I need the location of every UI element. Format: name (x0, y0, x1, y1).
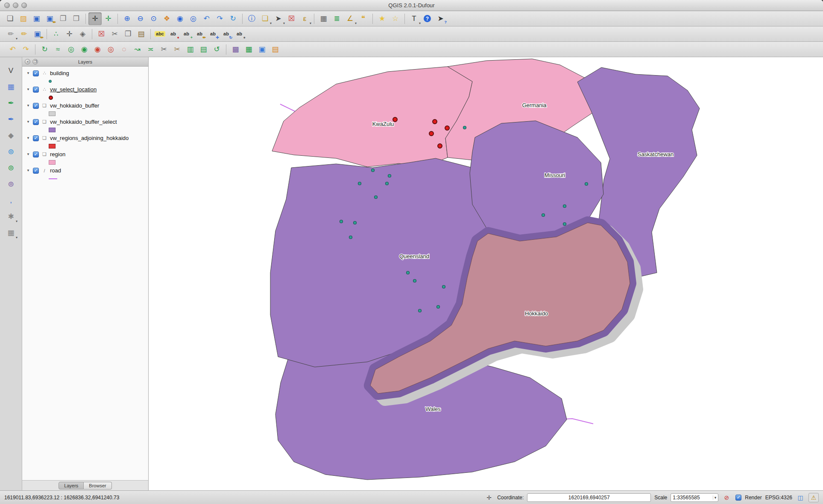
crs-status-icon[interactable]: ◫ (796, 493, 805, 502)
label-add-button[interactable]: ab+ (180, 28, 193, 41)
new-bookmark-button[interactable]: ★ (375, 12, 389, 25)
expander-icon[interactable]: ▼ (26, 120, 30, 124)
layer-item-vw_regions_adjoining_hokkaido[interactable]: ▼✓❏vw_regions_adjoining_hokkaido (22, 134, 148, 143)
delete-ring-button[interactable]: ◎ (104, 43, 117, 56)
add-wms-layer-button[interactable]: ⊚ (4, 145, 18, 158)
node-tool-button[interactable]: ◈ (76, 28, 89, 41)
rotate-feature-button[interactable]: ↻ (38, 43, 51, 56)
layer-visibility-checkbox[interactable]: ✓ (33, 135, 39, 141)
add-raster-layer-button[interactable]: ▦ (4, 80, 18, 93)
layer-item-building[interactable]: ▼✓∴building (22, 69, 148, 78)
show-bookmarks-button[interactable]: ☆ (389, 12, 402, 25)
panel-close-button[interactable]: × (25, 59, 30, 64)
expander-icon[interactable]: ▼ (26, 104, 30, 108)
select-by-location-button[interactable]: ▩ (229, 43, 242, 56)
current-edits-button[interactable]: ✏▾ (4, 28, 18, 41)
label-properties-button[interactable]: ab● (233, 28, 246, 41)
zoom-next-button[interactable]: ↷ (213, 12, 226, 25)
layer-visibility-checkbox[interactable]: ✓ (33, 151, 39, 157)
new-shapefile-layer-button[interactable]: ✱▾ (4, 210, 18, 223)
zoom-full-button[interactable]: ❖ (160, 12, 173, 25)
reshape-features-button[interactable]: ↝ (131, 43, 144, 56)
open-attribute-table-button[interactable]: ▦ (317, 12, 330, 25)
layer-visibility-checkbox[interactable]: ✓ (33, 119, 39, 125)
log-messages-icon[interactable]: ⚠ (808, 493, 819, 502)
add-vector-layer-button[interactable]: V (4, 64, 18, 77)
render-checkbox[interactable]: ✓ (735, 495, 741, 501)
add-feature-button[interactable]: ∴ (50, 28, 63, 41)
zoom-to-layer-button[interactable]: ◎ (187, 12, 200, 25)
label-pin-button[interactable]: ab● (167, 28, 180, 41)
expander-icon[interactable]: ▼ (26, 71, 30, 75)
layer-item-vw_hokkaido_buffer[interactable]: ▼✓❏vw_hokkaido_buffer (22, 101, 148, 110)
deselect-features-button[interactable]: ☒ (285, 12, 298, 25)
stop-render-icon[interactable]: ⊘ (722, 493, 731, 502)
new-spatialite-layer-button[interactable]: ▦▾ (4, 226, 18, 239)
label-rotate-button[interactable]: ab↻ (220, 28, 233, 41)
map-refresh-button[interactable]: ↻ (226, 12, 240, 25)
close-button[interactable] (4, 3, 10, 8)
minimize-button[interactable] (13, 3, 18, 8)
clip-layers-button[interactable]: ▤ (269, 43, 282, 56)
new-print-composer-button[interactable]: ❐ (56, 12, 70, 25)
composer-manager-button[interactable]: ❒ (70, 12, 83, 25)
intersect-layers-button[interactable]: ▦ (242, 43, 255, 56)
add-delimited-text-layer-button[interactable]: , (4, 194, 18, 207)
layer-item-vw_hokkaido_buffer_select[interactable]: ▼✓❏vw_hokkaido_buffer_select (22, 117, 148, 126)
add-postgis-layer-button[interactable]: ✒ (4, 113, 18, 126)
zoom-in-button[interactable]: ⊕ (120, 12, 134, 25)
whats-this-button[interactable]: ➤? (434, 12, 447, 25)
scale-combo[interactable]: 1:33565585 ▾ (671, 493, 718, 502)
add-ring-button[interactable]: ◎ (64, 43, 78, 56)
simplify-feature-button[interactable]: ≈ (51, 43, 64, 56)
add-wcs-layer-button[interactable]: ⊚ (4, 161, 18, 175)
split-parts-button[interactable]: ✂ (170, 43, 184, 56)
expander-icon[interactable]: ▼ (26, 169, 30, 172)
merge-features-button[interactable]: ▥ (184, 43, 197, 56)
coordinate-input[interactable] (527, 493, 651, 502)
label-edit-button[interactable]: ab✏ (193, 28, 206, 41)
panel-float-button[interactable]: ❐ (32, 59, 38, 64)
expander-icon[interactable]: ▼ (26, 152, 30, 156)
expander-icon[interactable]: ▼ (26, 87, 30, 91)
add-part-button[interactable]: ◉ (78, 43, 91, 56)
select-by-expression-button[interactable]: ➤▾ (272, 12, 285, 25)
pan-map-button[interactable]: ✛ (88, 12, 102, 25)
zoom-to-selection-button[interactable]: ◉ (173, 12, 187, 25)
pan-to-selection-button[interactable]: ✛ (102, 12, 115, 25)
mouse-position-icon[interactable]: ✛ (484, 493, 494, 502)
merge-attributes-button[interactable]: ▤ (197, 43, 210, 56)
layer-item-vw_select_location[interactable]: ▼✓∴vw_select_location (22, 85, 148, 94)
zoom-button[interactable] (21, 3, 27, 8)
add-mssql-layer-button[interactable]: ◆ (4, 129, 18, 142)
tab-layers[interactable]: Layers (59, 482, 84, 489)
fill-ring-button[interactable]: ◉ (91, 43, 104, 56)
label-highlight-button[interactable]: abc (153, 28, 167, 41)
move-feature-button[interactable]: ✛ (63, 28, 76, 41)
add-wfs-layer-button[interactable]: ⊚ (4, 178, 18, 191)
map-canvas[interactable]: KwaZuluGermaniaSaskatchewanMissouriQueen… (149, 57, 823, 490)
zoom-last-button[interactable]: ↶ (200, 12, 213, 25)
layer-visibility-checkbox[interactable]: ✓ (33, 70, 39, 76)
cut-features-button[interactable]: ✂ (108, 28, 121, 41)
layer-visibility-checkbox[interactable]: ✓ (33, 103, 39, 109)
run-feature-action-button[interactable]: ε▾ (298, 12, 311, 25)
split-features-button[interactable]: ✂ (157, 43, 170, 56)
measure-button[interactable]: ∠▾ (343, 12, 357, 25)
layer-item-road[interactable]: ▼✓/road (22, 166, 148, 175)
delete-selected-button[interactable]: ☒ (95, 28, 108, 41)
tab-browser[interactable]: Browser (84, 482, 111, 489)
expander-icon[interactable]: ▼ (26, 136, 30, 140)
identify-features-button[interactable]: ⓘ (245, 12, 258, 25)
label-move-button[interactable]: ab✛ (206, 28, 220, 41)
open-project-button[interactable]: ▨ (17, 12, 30, 25)
map-tips-button[interactable]: ❝ (357, 12, 370, 25)
layer-item-region[interactable]: ▼✓❏region (22, 150, 148, 159)
select-features-button[interactable]: ❏▾ (258, 12, 272, 25)
copy-features-button[interactable]: ❐ (121, 28, 135, 41)
new-project-button[interactable]: ❏ (3, 12, 17, 25)
help-contents-button[interactable]: ? (421, 12, 434, 25)
union-layers-button[interactable]: ▣ (255, 43, 269, 56)
add-spatialite-layer-button[interactable]: ✒ (4, 96, 18, 110)
offset-curve-button[interactable]: ≍ (144, 43, 157, 56)
